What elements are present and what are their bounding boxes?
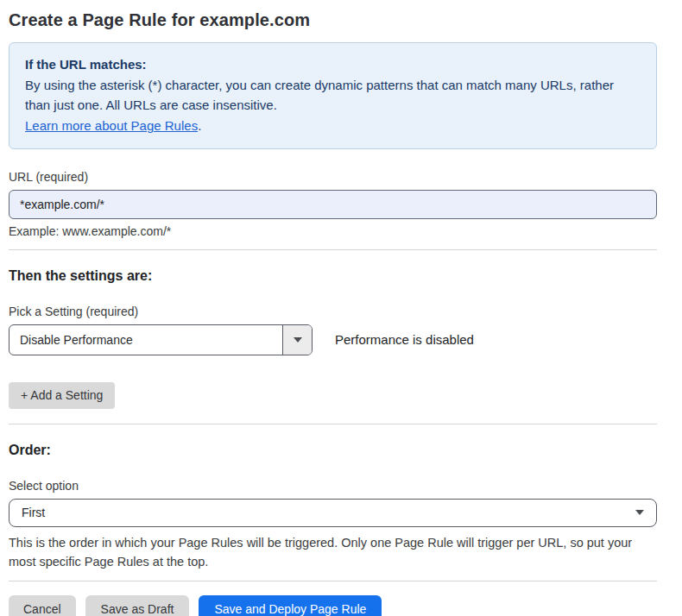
setting-select-value: Disable Performance [9, 325, 282, 355]
url-match-info-box: If the URL matches: By using the asteris… [9, 42, 657, 149]
divider [9, 424, 657, 424]
page-title: Create a Page Rule for example.com [9, 10, 657, 30]
order-help-text: This is the order in which your Page Rul… [9, 533, 654, 572]
info-box-heading: If the URL matches: [25, 54, 641, 75]
setting-row: Disable Performance Performance is disab… [9, 324, 657, 355]
order-section-heading: Order: [9, 443, 657, 458]
order-select-label: Select option [9, 479, 657, 493]
create-page-rule-form: Create a Page Rule for example.com If th… [0, 0, 682, 616]
setting-select[interactable]: Disable Performance [9, 324, 313, 355]
chevron-down-icon [294, 337, 302, 343]
cancel-button[interactable]: Cancel [9, 595, 76, 616]
info-box-link-line: Learn more about Page Rules. [25, 116, 641, 136]
url-example-text: Example: www.example.com/* [9, 224, 657, 238]
setting-select-arrow-button[interactable] [282, 325, 312, 355]
url-input[interactable] [9, 190, 657, 219]
add-setting-button[interactable]: + Add a Setting [9, 382, 115, 409]
order-select[interactable]: First [9, 499, 657, 527]
order-select-value: First [22, 506, 45, 519]
setting-status-text: Performance is disabled [335, 332, 474, 347]
divider [9, 581, 657, 581]
chevron-down-icon [635, 510, 644, 515]
link-suffix: . [198, 118, 201, 133]
save-as-draft-button[interactable]: Save as Draft [85, 595, 190, 616]
pick-setting-label: Pick a Setting (required) [9, 305, 657, 318]
divider [9, 249, 657, 250]
settings-section-heading: Then the settings are: [9, 268, 657, 284]
info-box-body: By using the asterisk (*) character, you… [25, 75, 641, 116]
save-and-deploy-button[interactable]: Save and Deploy Page Rule [199, 595, 382, 616]
url-field-label: URL (required) [9, 170, 657, 184]
footer-actions: Cancel Save as Draft Save and Deploy Pag… [9, 595, 657, 616]
learn-more-link[interactable]: Learn more about Page Rules [25, 118, 198, 133]
